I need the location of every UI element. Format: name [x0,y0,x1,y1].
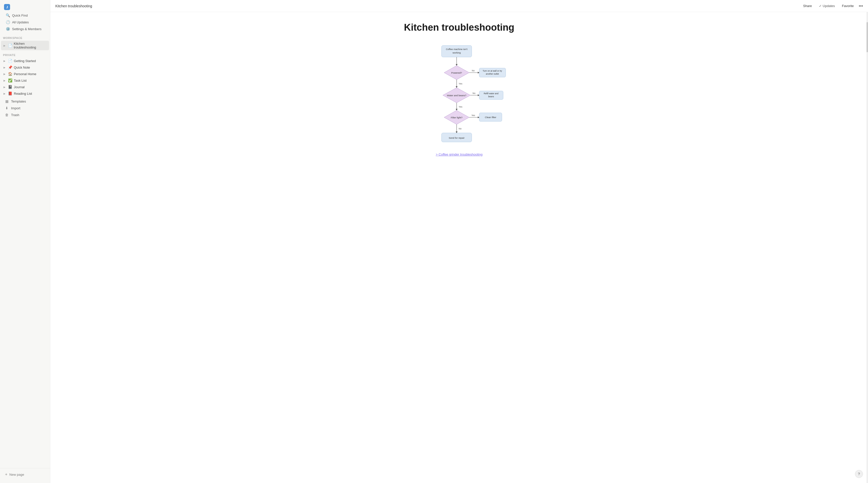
sidebar-item-import[interactable]: ⬇ Import [2,105,48,111]
main-area: Kitchen troubleshooting Share ✓ Updates … [50,0,868,483]
help-button[interactable]: ? [855,470,863,478]
svg-text:Water and beans?: Water and beans? [447,94,466,97]
svg-text:Filter light?: Filter light? [451,116,462,119]
favorite-button[interactable]: Favorite [840,3,856,9]
chevron-right-icon: ▶ [3,73,6,75]
topbar-actions: Share ✓ Updates Favorite ••• [801,3,863,9]
sidebar-item-journal[interactable]: ▶ 📓 Journal [1,84,49,90]
svg-text:No: No [472,92,475,95]
svg-text:beans: beans [488,95,494,98]
coffee-grinder-link[interactable]: > Coffee grinder troubleshooting [436,153,483,156]
svg-text:No: No [459,127,462,130]
sidebar-item-task-list[interactable]: ▶ ✅ Task List [1,77,49,84]
import-icon: ⬇ [4,106,9,110]
scrollbar-thumb[interactable] [867,22,868,52]
checkmark-icon: ✓ [819,4,822,8]
sidebar-item-quick-note[interactable]: ▶ 📌 Quick Note [1,64,49,70]
sidebar-item-templates[interactable]: ▦ Templates [2,98,48,104]
scrollbar[interactable] [867,12,868,483]
flowchart: Coffee machine isn't working Powered? No… [371,43,547,149]
chevron-right-icon: ▶ [3,60,6,62]
share-button[interactable]: Share [801,3,814,9]
sidebar-item-all-updates[interactable]: 🕐 All Updates [3,19,47,25]
trash-icon: 🗑 [4,113,9,117]
chevron-right-icon: ▶ [3,86,6,89]
sidebar-item-personal-home[interactable]: ▶ 🏠 Personal Home [1,71,49,77]
topbar: Kitchen troubleshooting Share ✓ Updates … [50,0,868,12]
svg-text:Send for repair: Send for repair [449,136,465,139]
search-icon: 🔍 [5,13,10,17]
sidebar-item-reading-list[interactable]: ▶ 📕 Reading List [1,91,49,97]
svg-text:Yes: Yes [459,83,462,85]
gear-icon: ⚙️ [5,27,10,31]
svg-text:Powered?: Powered? [451,71,462,74]
page-content: Kitchen troubleshooting Coffee machine i… [50,12,868,483]
clock-icon: 🕐 [5,20,10,24]
svg-text:Yes: Yes [459,105,462,108]
sidebar: J 🔍 Quick Find 🕐 All Updates ⚙️ Settings… [0,0,50,483]
sidebar-item-quick-find[interactable]: 🔍 Quick Find [3,12,47,19]
plus-icon: + [5,472,7,477]
svg-text:working: working [452,51,461,54]
more-options-button[interactable]: ••• [859,4,863,8]
chevron-right-icon: ▶ [3,44,6,47]
sidebar-item-getting-started[interactable]: ▶ 📄 Getting Started [1,58,49,64]
workspace-section-label: WORKSPACE [0,33,50,40]
private-section-label: PRIVATE [0,51,50,58]
logo-icon: J [4,4,10,10]
sidebar-item-trash[interactable]: 🗑 Trash [2,111,48,118]
svg-text:Turn on at wall or try: Turn on at wall or try [483,70,502,72]
svg-text:Coffee machine isn't: Coffee machine isn't [446,48,467,51]
chevron-right-icon: ▶ [3,66,6,69]
flowchart-svg: Coffee machine isn't working Powered? No… [409,43,509,149]
svg-text:another outlet: another outlet [486,73,499,75]
svg-text:Clean filter: Clean filter [485,116,496,119]
updates-button[interactable]: ✓ Updates [817,3,837,9]
page-breadcrumb: Kitchen troubleshooting [55,4,92,8]
page-title: Kitchen troubleshooting [371,22,547,33]
sidebar-item-kitchen-troubleshooting[interactable]: ▶ 📄 Kitchen troubleshooting [1,41,49,50]
svg-text:No: No [472,69,475,72]
chevron-right-icon: ▶ [3,92,6,95]
templates-icon: ▦ [4,99,9,103]
svg-text:Yes: Yes [471,114,475,117]
workspace-logo[interactable]: J [2,2,48,11]
sidebar-item-settings[interactable]: ⚙️ Settings & Members [3,26,47,32]
svg-text:Refill water and: Refill water and [484,92,499,95]
new-page-button[interactable]: + New page [2,471,48,478]
chevron-right-icon: ▶ [3,79,6,82]
